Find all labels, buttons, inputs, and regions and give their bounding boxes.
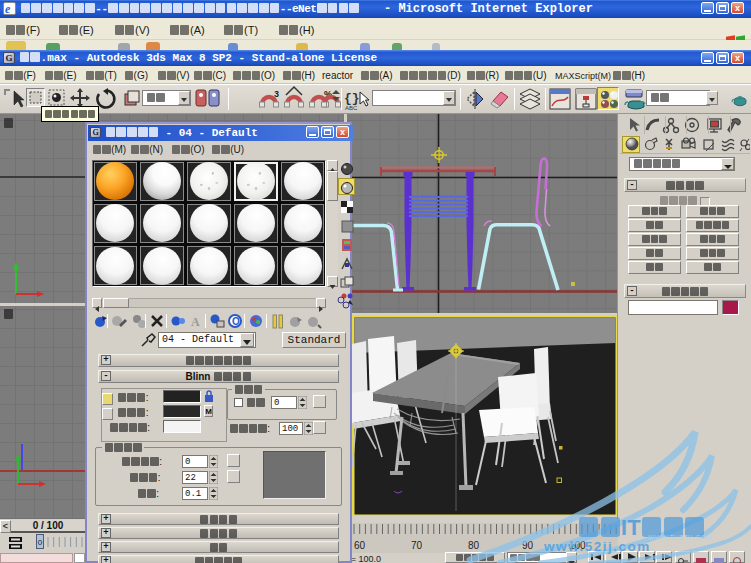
svg-text:3: 3 xyxy=(274,89,279,99)
svg-text:A: A xyxy=(191,315,200,329)
svg-text:O: O xyxy=(232,316,240,327)
svg-text:{}: {} xyxy=(344,91,360,106)
svg-text:ABC: ABC xyxy=(345,105,358,111)
